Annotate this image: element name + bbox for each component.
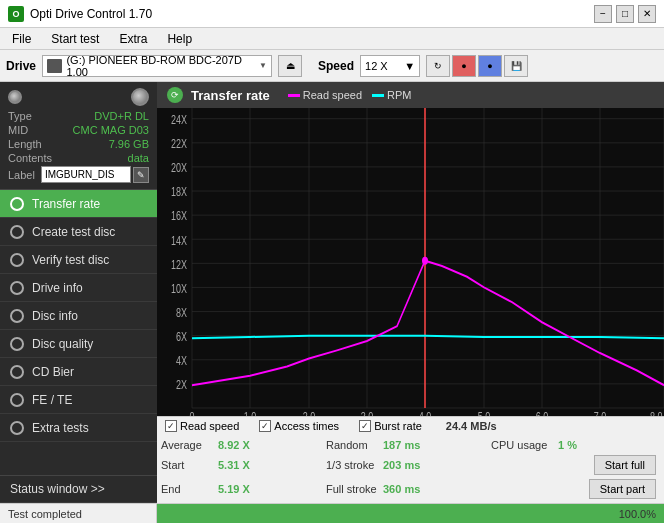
disc-label-input[interactable] — [41, 166, 131, 183]
svg-text:2.0: 2.0 — [303, 410, 316, 416]
cd-bier-icon — [10, 365, 24, 379]
svg-text:6.0: 6.0 — [536, 410, 549, 416]
disc-icon-right — [131, 88, 149, 106]
svg-text:22X: 22X — [171, 137, 187, 151]
cb-read-speed-label: Read speed — [180, 420, 239, 432]
speed-red-button[interactable]: ● — [452, 55, 476, 77]
nav-status-window[interactable]: Status window >> — [0, 475, 157, 503]
end-label: End — [161, 483, 216, 495]
start-label: Start — [161, 459, 216, 471]
cb-burst-rate-box[interactable]: ✓ — [359, 420, 371, 432]
disc-label-label: Label — [8, 169, 35, 181]
svg-text:2X: 2X — [176, 378, 187, 392]
start-part-container: Start part — [491, 479, 656, 499]
svg-text:3.0: 3.0 — [361, 410, 374, 416]
speed-blue-button[interactable]: ● — [478, 55, 502, 77]
svg-text:4.0: 4.0 — [419, 410, 432, 416]
speed-save-button[interactable]: 💾 — [504, 55, 528, 77]
nav-create-test-disc[interactable]: Create test disc — [0, 218, 157, 246]
app-icon: O — [8, 6, 24, 22]
svg-text:0: 0 — [189, 410, 194, 416]
nav-extra-tests-label: Extra tests — [32, 421, 89, 435]
burst-rate-value: 24.4 MB/s — [446, 420, 497, 432]
nav-disc-quality[interactable]: Disc quality — [0, 330, 157, 358]
maximize-button[interactable]: □ — [616, 5, 634, 23]
legend-read-speed-label: Read speed — [303, 89, 362, 101]
eject-button[interactable]: ⏏ — [278, 55, 302, 77]
nav-transfer-rate[interactable]: Transfer rate — [0, 190, 157, 218]
drive-label: Drive — [6, 59, 36, 73]
rpm-color — [372, 94, 384, 97]
status-bar: Test completed 100.0% — [0, 503, 664, 523]
chart-svg: 24X 22X 20X 18X 16X 14X 12X 10X 8X 6X 4X… — [157, 108, 664, 416]
menu-help[interactable]: Help — [159, 30, 200, 48]
cpu-label: CPU usage — [491, 439, 556, 451]
close-button[interactable]: ✕ — [638, 5, 656, 23]
nav-transfer-rate-label: Transfer rate — [32, 197, 100, 211]
random-value: 187 ms — [383, 439, 420, 451]
start-part-button[interactable]: Start part — [589, 479, 656, 499]
svg-text:12X: 12X — [171, 257, 187, 271]
drive-value: (G:) PIONEER BD-ROM BDC-207D 1.00 — [66, 54, 259, 78]
stats-full-stroke: Full stroke 360 ms — [326, 483, 491, 495]
legend-rpm-label: RPM — [387, 89, 411, 101]
disc-edit-button[interactable]: ✎ — [133, 167, 149, 183]
cb-read-speed[interactable]: ✓ Read speed — [165, 420, 239, 432]
speed-select[interactable]: 12 X ▼ — [360, 55, 420, 77]
disc-length-row: Length 7.96 GB — [8, 138, 149, 150]
chart-title-icon: ⟳ — [167, 87, 183, 103]
nav-fe-te[interactable]: FE / TE — [0, 386, 157, 414]
progress-bar-container: 100.0% — [157, 504, 664, 523]
start-full-container: Start full — [491, 455, 656, 475]
disc-label-field: Label ✎ — [8, 166, 149, 183]
stroke-label: 1/3 stroke — [326, 459, 381, 471]
menu-extra[interactable]: Extra — [111, 30, 155, 48]
minimize-button[interactable]: − — [594, 5, 612, 23]
menu-start-test[interactable]: Start test — [43, 30, 107, 48]
cb-access-times-box[interactable]: ✓ — [259, 420, 271, 432]
progress-bar-fill — [157, 504, 664, 523]
main-layout: Type DVD+R DL MID CMC MAG D03 Length 7.9… — [0, 82, 664, 503]
svg-point-45 — [422, 257, 428, 265]
cb-read-speed-box[interactable]: ✓ — [165, 420, 177, 432]
random-label: Random — [326, 439, 381, 451]
app-title: Opti Drive Control 1.70 — [30, 7, 152, 21]
start-full-button[interactable]: Start full — [594, 455, 656, 475]
svg-text:6X: 6X — [176, 330, 187, 344]
nav-verify-test-disc[interactable]: Verify test disc — [0, 246, 157, 274]
stats-end: End 5.19 X — [161, 483, 326, 495]
verify-test-disc-icon — [10, 253, 24, 267]
cb-burst-rate[interactable]: ✓ Burst rate — [359, 420, 422, 432]
chart-container: 24X 22X 20X 18X 16X 14X 12X 10X 8X 6X 4X… — [157, 108, 664, 416]
cpu-value: 1 % — [558, 439, 577, 451]
menu-file[interactable]: File — [4, 30, 39, 48]
disc-type-label: Type — [8, 110, 32, 122]
svg-text:8X: 8X — [176, 306, 187, 320]
speed-dropdown-arrow: ▼ — [404, 60, 415, 72]
disc-length-label: Length — [8, 138, 42, 150]
svg-text:4X: 4X — [176, 354, 187, 368]
stats-row-2: Start 5.31 X 1/3 stroke 203 ms Start ful… — [161, 453, 656, 477]
speed-refresh-button[interactable]: ↻ — [426, 55, 450, 77]
speed-label: Speed — [318, 59, 354, 73]
svg-text:10X: 10X — [171, 281, 187, 295]
progress-text: 100.0% — [619, 508, 656, 520]
cb-burst-rate-label: Burst rate — [374, 420, 422, 432]
disc-mid-value: CMC MAG D03 — [73, 124, 149, 136]
nav-cd-bier[interactable]: CD Bier — [0, 358, 157, 386]
end-value: 5.19 X — [218, 483, 250, 495]
cb-access-times[interactable]: ✓ Access times — [259, 420, 339, 432]
drive-select[interactable]: (G:) PIONEER BD-ROM BDC-207D 1.00 ▼ — [42, 55, 272, 77]
start-value: 5.31 X — [218, 459, 250, 471]
disc-length-value: 7.96 GB — [109, 138, 149, 150]
title-bar-left: O Opti Drive Control 1.70 — [8, 6, 152, 22]
drive-bar: Drive (G:) PIONEER BD-ROM BDC-207D 1.00 … — [0, 50, 664, 82]
nav-drive-info[interactable]: Drive info — [0, 274, 157, 302]
create-test-disc-icon — [10, 225, 24, 239]
nav-extra-tests[interactable]: Extra tests — [0, 414, 157, 442]
svg-rect-0 — [157, 108, 664, 416]
nav-disc-info[interactable]: Disc info — [0, 302, 157, 330]
sidebar: Type DVD+R DL MID CMC MAG D03 Length 7.9… — [0, 82, 157, 503]
svg-text:1.0: 1.0 — [244, 410, 257, 416]
transfer-rate-icon — [10, 197, 24, 211]
